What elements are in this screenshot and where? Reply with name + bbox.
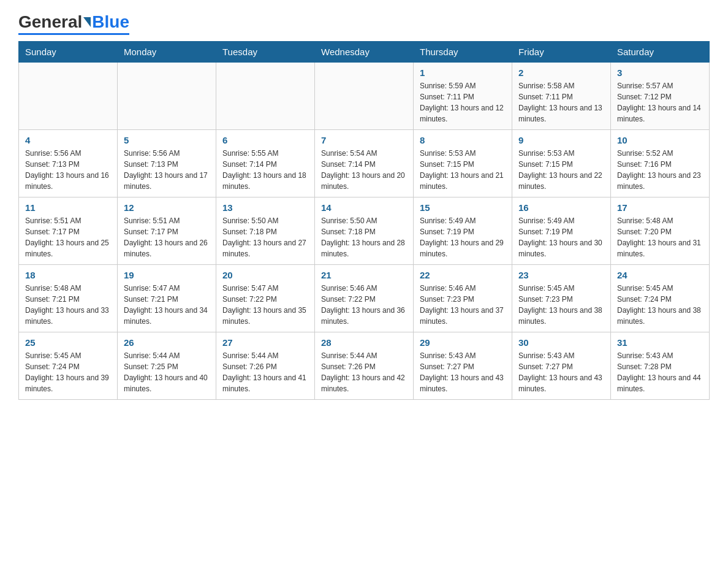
- calendar-cell: [216, 63, 315, 130]
- day-number: 30: [518, 337, 604, 348]
- calendar-week-row: 18Sunrise: 5:48 AMSunset: 7:21 PMDayligh…: [19, 265, 710, 332]
- calendar-cell: 1Sunrise: 5:59 AMSunset: 7:11 PMDaylight…: [414, 63, 512, 130]
- day-number: 8: [420, 135, 506, 145]
- day-number: 21: [321, 270, 407, 280]
- calendar-cell: 16Sunrise: 5:49 AMSunset: 7:19 PMDayligh…: [512, 197, 611, 265]
- day-info: Sunrise: 5:52 AMSunset: 7:16 PMDaylight:…: [617, 148, 703, 192]
- day-info: Sunrise: 5:47 AMSunset: 7:21 PMDaylight:…: [124, 283, 210, 327]
- calendar-cell: 27Sunrise: 5:44 AMSunset: 7:26 PMDayligh…: [216, 332, 315, 400]
- day-info: Sunrise: 5:49 AMSunset: 7:19 PMDaylight:…: [518, 215, 604, 259]
- calendar-cell: 30Sunrise: 5:43 AMSunset: 7:27 PMDayligh…: [512, 332, 611, 400]
- day-number: 3: [617, 67, 703, 78]
- day-info: Sunrise: 5:49 AMSunset: 7:19 PMDaylight:…: [420, 215, 506, 259]
- day-number: 15: [420, 202, 506, 213]
- logo: General Blue: [18, 12, 129, 35]
- day-info: Sunrise: 5:43 AMSunset: 7:27 PMDaylight:…: [420, 350, 506, 394]
- logo-blue-text: Blue: [92, 12, 129, 32]
- day-info: Sunrise: 5:59 AMSunset: 7:11 PMDaylight:…: [420, 80, 506, 124]
- day-info: Sunrise: 5:45 AMSunset: 7:24 PMDaylight:…: [25, 350, 111, 394]
- calendar-cell: 5Sunrise: 5:56 AMSunset: 7:13 PMDaylight…: [118, 130, 216, 197]
- day-info: Sunrise: 5:45 AMSunset: 7:23 PMDaylight:…: [518, 283, 604, 327]
- calendar-cell: 20Sunrise: 5:47 AMSunset: 7:22 PMDayligh…: [216, 265, 315, 332]
- day-info: Sunrise: 5:46 AMSunset: 7:22 PMDaylight:…: [321, 283, 407, 327]
- day-info: Sunrise: 5:56 AMSunset: 7:13 PMDaylight:…: [124, 148, 210, 192]
- weekday-header-row: SundayMondayTuesdayWednesdayThursdayFrid…: [19, 42, 710, 63]
- calendar-cell: 25Sunrise: 5:45 AMSunset: 7:24 PMDayligh…: [19, 332, 118, 400]
- calendar-cell: 10Sunrise: 5:52 AMSunset: 7:16 PMDayligh…: [611, 130, 710, 197]
- calendar-cell: 6Sunrise: 5:55 AMSunset: 7:14 PMDaylight…: [216, 130, 315, 197]
- calendar-cell: 26Sunrise: 5:44 AMSunset: 7:25 PMDayligh…: [118, 332, 216, 400]
- calendar-week-row: 11Sunrise: 5:51 AMSunset: 7:17 PMDayligh…: [19, 197, 710, 265]
- calendar-cell: 23Sunrise: 5:45 AMSunset: 7:23 PMDayligh…: [512, 265, 611, 332]
- weekday-header-thursday: Thursday: [414, 42, 512, 63]
- day-info: Sunrise: 5:50 AMSunset: 7:18 PMDaylight:…: [321, 215, 407, 259]
- weekday-header-saturday: Saturday: [611, 42, 710, 63]
- day-number: 26: [124, 337, 210, 348]
- day-number: 2: [518, 67, 604, 78]
- calendar-week-row: 25Sunrise: 5:45 AMSunset: 7:24 PMDayligh…: [19, 332, 710, 400]
- calendar-cell: [19, 63, 118, 130]
- day-info: Sunrise: 5:53 AMSunset: 7:15 PMDaylight:…: [518, 148, 604, 192]
- day-number: 27: [222, 337, 308, 348]
- calendar-cell: 29Sunrise: 5:43 AMSunset: 7:27 PMDayligh…: [414, 332, 512, 400]
- day-info: Sunrise: 5:45 AMSunset: 7:24 PMDaylight:…: [617, 283, 703, 327]
- calendar-cell: 8Sunrise: 5:53 AMSunset: 7:15 PMDaylight…: [414, 130, 512, 197]
- calendar-cell: 3Sunrise: 5:57 AMSunset: 7:12 PMDaylight…: [611, 63, 710, 130]
- calendar-cell: 11Sunrise: 5:51 AMSunset: 7:17 PMDayligh…: [19, 197, 118, 265]
- day-number: 19: [124, 270, 210, 280]
- day-number: 23: [518, 270, 604, 280]
- day-info: Sunrise: 5:46 AMSunset: 7:23 PMDaylight:…: [420, 283, 506, 327]
- day-number: 7: [321, 135, 407, 145]
- day-info: Sunrise: 5:47 AMSunset: 7:22 PMDaylight:…: [222, 283, 308, 327]
- calendar-cell: 18Sunrise: 5:48 AMSunset: 7:21 PMDayligh…: [19, 265, 118, 332]
- calendar-cell: 15Sunrise: 5:49 AMSunset: 7:19 PMDayligh…: [414, 197, 512, 265]
- calendar-cell: 19Sunrise: 5:47 AMSunset: 7:21 PMDayligh…: [118, 265, 216, 332]
- day-number: 17: [617, 202, 703, 213]
- calendar-cell: 14Sunrise: 5:50 AMSunset: 7:18 PMDayligh…: [315, 197, 414, 265]
- day-info: Sunrise: 5:43 AMSunset: 7:27 PMDaylight:…: [518, 350, 604, 394]
- day-info: Sunrise: 5:57 AMSunset: 7:12 PMDaylight:…: [617, 80, 703, 124]
- day-number: 11: [25, 202, 111, 213]
- logo-underline: [18, 33, 129, 35]
- day-info: Sunrise: 5:51 AMSunset: 7:17 PMDaylight:…: [124, 215, 210, 259]
- calendar-week-row: 4Sunrise: 5:56 AMSunset: 7:13 PMDaylight…: [19, 130, 710, 197]
- day-info: Sunrise: 5:58 AMSunset: 7:11 PMDaylight:…: [518, 80, 604, 124]
- calendar-cell: 4Sunrise: 5:56 AMSunset: 7:13 PMDaylight…: [19, 130, 118, 197]
- day-number: 5: [124, 135, 210, 145]
- day-info: Sunrise: 5:44 AMSunset: 7:26 PMDaylight:…: [222, 350, 308, 394]
- day-number: 31: [617, 337, 703, 348]
- day-number: 6: [222, 135, 308, 145]
- calendar-cell: [118, 63, 216, 130]
- calendar-cell: [315, 63, 414, 130]
- day-number: 25: [25, 337, 111, 348]
- logo-arrow-icon: [83, 17, 91, 27]
- day-number: 10: [617, 135, 703, 145]
- day-number: 29: [420, 337, 506, 348]
- day-number: 14: [321, 202, 407, 213]
- calendar-cell: 17Sunrise: 5:48 AMSunset: 7:20 PMDayligh…: [611, 197, 710, 265]
- day-info: Sunrise: 5:51 AMSunset: 7:17 PMDaylight:…: [25, 215, 111, 259]
- day-number: 12: [124, 202, 210, 213]
- calendar-cell: 12Sunrise: 5:51 AMSunset: 7:17 PMDayligh…: [118, 197, 216, 265]
- day-info: Sunrise: 5:44 AMSunset: 7:26 PMDaylight:…: [321, 350, 407, 394]
- day-number: 20: [222, 270, 308, 280]
- weekday-header-monday: Monday: [118, 42, 216, 63]
- calendar-cell: 21Sunrise: 5:46 AMSunset: 7:22 PMDayligh…: [315, 265, 414, 332]
- day-number: 16: [518, 202, 604, 213]
- calendar-cell: 22Sunrise: 5:46 AMSunset: 7:23 PMDayligh…: [414, 265, 512, 332]
- day-info: Sunrise: 5:54 AMSunset: 7:14 PMDaylight:…: [321, 148, 407, 192]
- day-number: 9: [518, 135, 604, 145]
- weekday-header-wednesday: Wednesday: [315, 42, 414, 63]
- calendar-cell: 28Sunrise: 5:44 AMSunset: 7:26 PMDayligh…: [315, 332, 414, 400]
- calendar-cell: 31Sunrise: 5:43 AMSunset: 7:28 PMDayligh…: [611, 332, 710, 400]
- logo-general-text: General: [18, 12, 82, 32]
- calendar-cell: 9Sunrise: 5:53 AMSunset: 7:15 PMDaylight…: [512, 130, 611, 197]
- calendar-cell: 2Sunrise: 5:58 AMSunset: 7:11 PMDaylight…: [512, 63, 611, 130]
- day-info: Sunrise: 5:43 AMSunset: 7:28 PMDaylight:…: [617, 350, 703, 394]
- calendar-cell: 7Sunrise: 5:54 AMSunset: 7:14 PMDaylight…: [315, 130, 414, 197]
- day-info: Sunrise: 5:50 AMSunset: 7:18 PMDaylight:…: [222, 215, 308, 259]
- day-number: 13: [222, 202, 308, 213]
- day-number: 22: [420, 270, 506, 280]
- day-number: 18: [25, 270, 111, 280]
- calendar-cell: 24Sunrise: 5:45 AMSunset: 7:24 PMDayligh…: [611, 265, 710, 332]
